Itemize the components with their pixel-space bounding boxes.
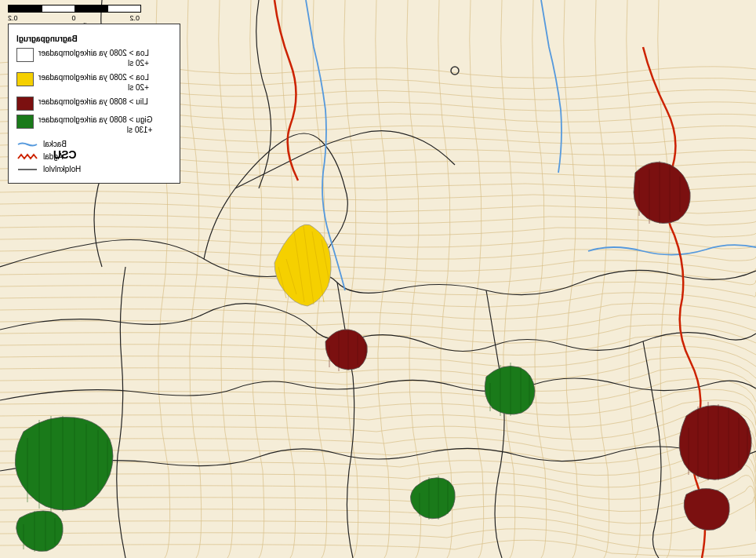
legend-label-boundary: Holqknlvlol	[43, 164, 81, 174]
scale-label-left: 0.2	[129, 14, 140, 22]
scale-label-right: 0.2	[8, 14, 18, 22]
boundary-line-icon	[16, 166, 38, 173]
legend-label-white: Loa > 2080 ya airkeglompadaer+20 sl	[38, 48, 149, 68]
river-line-icon	[16, 140, 38, 148]
legend-item-yellow: Loa > 2080 ya airkeglompadaer+20 sl	[16, 72, 172, 93]
legend-item-green: Gigu > 8080 ya airkeglompadaer+130 sl	[16, 115, 172, 135]
legend-lines-section: Backal Agdal Holqknlvlol	[16, 139, 172, 174]
legend-swatch-white	[16, 48, 34, 62]
legend-swatch-yellow	[16, 72, 34, 86]
legend-label-yellow: Loa > 2080 ya airkeglompadaer+20 sl	[38, 72, 149, 93]
legend-item-white: Loa > 2080 ya airkeglompadaer+20 sl	[16, 48, 172, 68]
legend: Bagrungpagrugl Loa > 2080 ya airkeglompa…	[8, 24, 180, 184]
legend-label-green: Gigu > 8080 ya airkeglompadaer+130 sl	[38, 115, 152, 135]
csu-label: CSU	[53, 148, 77, 161]
scale-label-center: 0	[72, 14, 76, 22]
legend-swatch-darkred	[16, 97, 34, 111]
legend-item-boundary: Holqknlvlol	[16, 164, 172, 174]
legend-swatch-green	[16, 115, 34, 129]
road-line-icon	[16, 152, 38, 162]
legend-item-river: Backal	[16, 139, 172, 149]
legend-item-road: Agdal	[16, 151, 172, 162]
map-container: 0.2 0 0.2 Kilometers Bagrungpagrugl Loa …	[0, 0, 756, 558]
legend-item-darkred: Lliu > 8080 ya airkeglompadaer	[16, 97, 172, 111]
legend-title: Bagrungpagrugl	[16, 35, 78, 43]
legend-label-darkred: Lliu > 8080 ya airkeglompadaer	[38, 97, 148, 107]
